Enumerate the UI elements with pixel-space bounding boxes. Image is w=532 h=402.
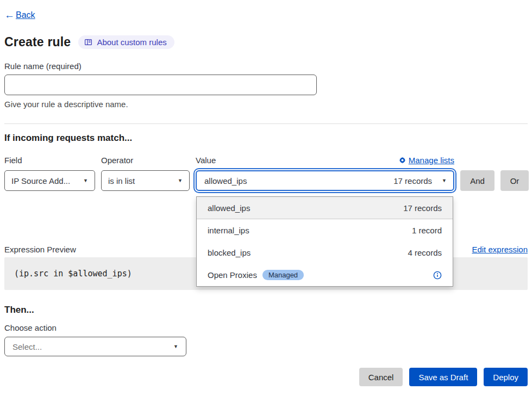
value-select-value: allowed_ips xyxy=(204,176,247,185)
list-item-name: internal_ips xyxy=(208,226,249,235)
info-icon[interactable] xyxy=(433,271,442,280)
value-dropdown-menu: allowed_ips 17 records internal_ips 1 re… xyxy=(196,196,453,287)
or-button[interactable]: Or xyxy=(500,170,529,191)
chevron-down-icon: ▼ xyxy=(83,178,88,183)
chevron-down-icon: ▼ xyxy=(442,178,447,183)
section-divider xyxy=(4,123,528,124)
field-select-value: IP Source Add... xyxy=(11,176,70,185)
dropdown-item-internal-ips[interactable]: internal_ips 1 record xyxy=(197,219,453,242)
gear-icon xyxy=(399,157,406,164)
value-select-meta: 17 records xyxy=(393,176,432,185)
footer-actions: Cancel Save as Draft Deploy xyxy=(4,368,528,386)
field-select[interactable]: IP Source Add... ▼ xyxy=(4,170,95,191)
and-button[interactable]: And xyxy=(460,170,495,191)
edit-expression-link[interactable]: Edit expression xyxy=(472,245,528,254)
back-link[interactable]: ← Back xyxy=(4,10,35,21)
page-header: Create rule About custom rules xyxy=(4,35,528,50)
list-item-records: 17 records xyxy=(403,203,442,213)
manage-lists-label: Manage lists xyxy=(409,156,454,165)
manage-lists-link[interactable]: Manage lists xyxy=(399,156,454,165)
book-icon xyxy=(84,38,92,46)
chevron-down-icon: ▼ xyxy=(173,344,178,349)
chevron-down-icon: ▼ xyxy=(178,178,183,183)
save-as-draft-button[interactable]: Save as Draft xyxy=(409,368,477,386)
match-section-heading: If incoming requests match... xyxy=(4,133,528,144)
list-item-name: blocked_ips xyxy=(208,248,251,257)
list-item-records: 4 records xyxy=(408,248,442,257)
list-item-name: allowed_ips xyxy=(208,203,250,213)
list-item-records: 1 record xyxy=(412,226,442,235)
value-select[interactable]: allowed_ips 17 records ▼ xyxy=(196,170,454,191)
field-label: Field xyxy=(4,156,95,165)
expression-preview-label: Expression Preview xyxy=(4,245,76,254)
rule-name-helper: Give your rule a descriptive name. xyxy=(4,100,528,109)
rule-name-label: Rule name (required) xyxy=(4,61,528,71)
action-select-placeholder: Select... xyxy=(12,342,42,351)
operator-select-value: is in list xyxy=(108,176,135,185)
dropdown-item-blocked-ips[interactable]: blocked_ips 4 records xyxy=(197,242,453,264)
about-badge-label: About custom rules xyxy=(97,38,166,47)
dropdown-item-allowed-ips[interactable]: allowed_ips 17 records xyxy=(197,197,453,219)
choose-action-label: Choose action xyxy=(4,323,528,332)
then-section-heading: Then... xyxy=(4,305,528,316)
back-label[interactable]: Back xyxy=(16,10,35,20)
operator-label: Operator xyxy=(101,156,190,165)
deploy-button[interactable]: Deploy xyxy=(484,368,528,386)
managed-badge: Managed xyxy=(262,270,304,280)
list-item-name: Open Proxies xyxy=(208,270,257,280)
rule-name-input[interactable] xyxy=(4,75,317,95)
action-select[interactable]: Select... ▼ xyxy=(4,337,186,356)
operator-select[interactable]: is in list ▼ xyxy=(101,170,190,191)
about-custom-rules-link[interactable]: About custom rules xyxy=(78,35,174,49)
value-label: Value xyxy=(196,156,216,165)
expression-code: (ip.src in $allowed_ips) xyxy=(14,269,132,279)
page-title: Create rule xyxy=(4,35,71,50)
dropdown-item-open-proxies[interactable]: Open Proxies Managed xyxy=(197,264,453,286)
cancel-button[interactable]: Cancel xyxy=(359,368,403,386)
match-condition-row: Field Operator Value Manage lists IP Sou… xyxy=(4,156,528,191)
back-arrow-icon: ← xyxy=(4,10,15,21)
